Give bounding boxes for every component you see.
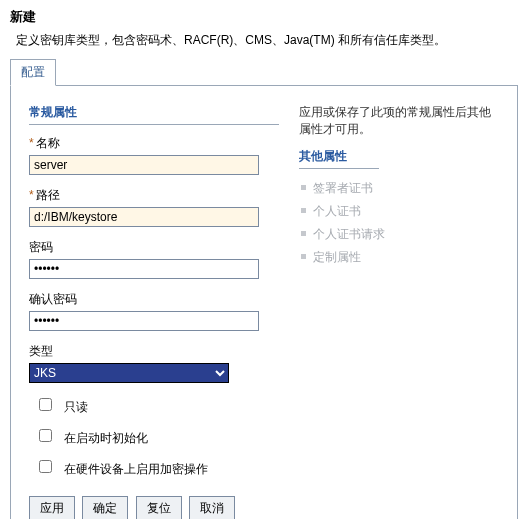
readonly-checkbox[interactable] [39,398,52,411]
password-label: 密码 [29,239,279,256]
hw-crypto-label: 在硬件设备上启用加密操作 [64,462,208,476]
password-input[interactable] [29,259,259,279]
side-column: 应用或保存了此项的常规属性后其他属性才可用。 其他属性 签署者证书 个人证书 个… [279,104,499,269]
general-properties-header: 常规属性 [29,104,279,125]
other-item-personal-cert: 个人证书 [299,200,499,223]
name-input[interactable] [29,155,259,175]
config-panel: 常规属性 *名称 *路径 密码 确认密码 类型 JKS [10,85,518,519]
hw-crypto-checkbox[interactable] [39,460,52,473]
init-on-start-label: 在启动时初始化 [64,431,148,445]
other-item-signer-cert: 签署者证书 [299,177,499,200]
reset-button[interactable]: 复位 [136,496,182,519]
other-properties-list: 签署者证书 个人证书 个人证书请求 定制属性 [299,177,499,269]
other-item-personal-cert-request: 个人证书请求 [299,223,499,246]
type-select[interactable]: JKS [29,363,229,383]
general-column: 常规属性 *名称 *路径 密码 确认密码 类型 JKS [29,104,279,519]
path-input[interactable] [29,207,259,227]
tab-config[interactable]: 配置 [10,59,56,86]
ok-button[interactable]: 确定 [82,496,128,519]
cancel-button[interactable]: 取消 [189,496,235,519]
readonly-label: 只读 [64,400,88,414]
confirm-password-input[interactable] [29,311,259,331]
apply-button[interactable]: 应用 [29,496,75,519]
button-row: 应用 确定 复位 取消 [29,496,279,519]
side-note: 应用或保存了此项的常规属性后其他属性才可用。 [299,104,499,138]
other-properties-header: 其他属性 [299,148,379,169]
path-label: *路径 [29,187,279,204]
page-title: 新建 [10,8,518,26]
tab-strip: 配置 [10,63,518,85]
type-label: 类型 [29,343,279,360]
other-item-custom-props: 定制属性 [299,246,499,269]
page-description: 定义密钥库类型，包含密码术、RACF(R)、CMS、Java(TM) 和所有信任… [16,32,518,49]
confirm-password-label: 确认密码 [29,291,279,308]
init-on-start-checkbox[interactable] [39,429,52,442]
name-label: *名称 [29,135,279,152]
